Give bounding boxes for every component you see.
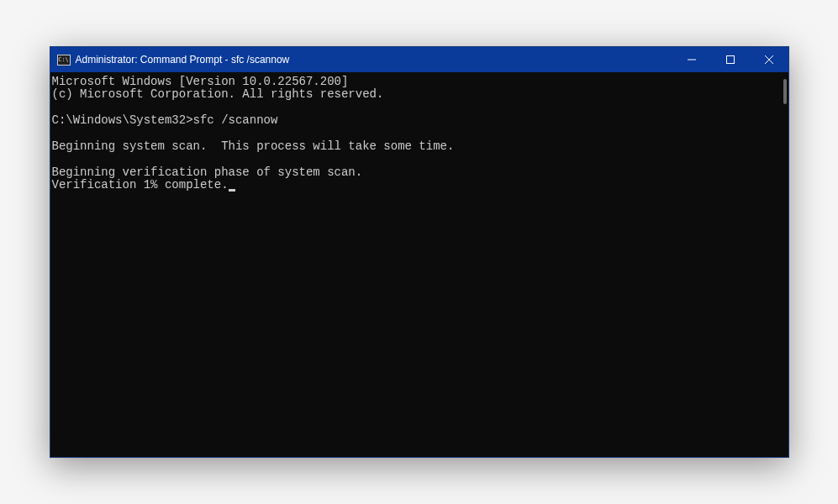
output-line: Verification 1% complete. — [52, 178, 229, 192]
output-line: (c) Microsoft Corporation. All rights re… — [52, 87, 384, 101]
scrollbar-thumb[interactable] — [783, 79, 787, 104]
cmd-icon: C:\ — [57, 55, 71, 66]
output-line: Microsoft Windows [Version 10.0.22567.20… — [52, 75, 349, 88]
output-line: Beginning system scan. This process will… — [52, 139, 455, 153]
maximize-button[interactable] — [711, 47, 750, 72]
cursor — [229, 189, 235, 192]
close-button[interactable] — [750, 47, 788, 72]
output-line: Beginning verification phase of system s… — [52, 165, 363, 179]
command-prompt-window: C:\ Administrator: Command Prompt - sfc … — [50, 46, 789, 458]
terminal-body[interactable]: Microsoft Windows [Version 10.0.22567.20… — [50, 72, 788, 457]
minimize-button[interactable] — [672, 47, 711, 72]
titlebar[interactable]: C:\ Administrator: Command Prompt - sfc … — [50, 47, 788, 72]
prompt-line: C:\Windows\System32>sfc /scannow — [52, 113, 278, 127]
window-title: Administrator: Command Prompt - sfc /sca… — [76, 54, 672, 66]
svg-rect-1 — [726, 56, 734, 64]
window-controls — [672, 47, 788, 72]
terminal-output: Microsoft Windows [Version 10.0.22567.20… — [52, 76, 787, 192]
scrollbar[interactable] — [777, 72, 788, 457]
